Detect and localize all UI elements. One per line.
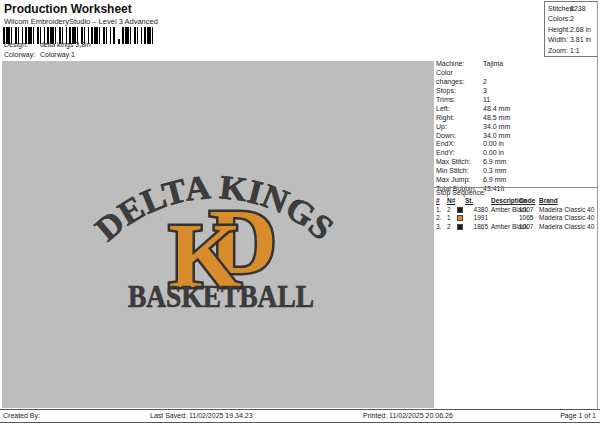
summary-row: Colors:2 <box>548 14 597 24</box>
endy-value: 0.00 in <box>483 149 504 156</box>
machine-row: Max Jump:6.9 mm <box>436 176 598 185</box>
stop-sequence-header: # N# St. Description Code Brand <box>436 197 597 206</box>
thread-brand: Madeira Classic 40 <box>539 223 594 230</box>
max-stitch-label: Max Stitch: <box>436 158 483 167</box>
max-jump-value: 6.9 mm <box>483 176 506 183</box>
design-canvas: DELTA KINGS D K BASKETBALL <box>2 61 434 408</box>
thread-brand: Madeira Classic 40 <box>539 214 594 221</box>
color-changes-label: Color changes: <box>436 69 483 87</box>
barcode-separator <box>116 27 122 44</box>
thread-brand: Madeira Classic 40 <box>539 206 594 213</box>
page-title: Production Worksheet <box>4 2 132 16</box>
design-row: Design: delta kings 3,8in <box>4 41 91 48</box>
colors-value: 2 <box>570 15 574 22</box>
min-stitch-value: 0.3 mm <box>483 167 506 174</box>
zoom-label: Zoom: <box>548 46 570 56</box>
summary-row: Zoom:1:1 <box>548 46 597 56</box>
stitch-count: 1865 <box>465 223 488 230</box>
right-value: 48.5 mm <box>483 114 510 121</box>
barcode-bars <box>122 27 153 44</box>
down-value: 34.0 mm <box>483 132 510 139</box>
machine-row: EndY:0.00 in <box>436 149 598 158</box>
right-edge-rule <box>597 1 598 409</box>
up-label: Up: <box>436 123 483 132</box>
thread-code: 1007 <box>519 206 533 213</box>
machine-label: Machine: <box>436 60 483 69</box>
left-value: 48.4 mm <box>483 105 510 112</box>
trims-label: Trims: <box>436 96 483 105</box>
col-brand: Brand <box>539 197 558 204</box>
thread-code: 1007 <box>519 223 533 230</box>
machine-row: Trims:11 <box>436 96 598 105</box>
machine-info-panel: Machine:Tajima Color changes:2 Stops:3 T… <box>436 60 598 194</box>
needle-number: 1 <box>447 214 451 221</box>
endx-label: EndX: <box>436 140 483 149</box>
panel-divider <box>434 187 597 188</box>
stop-sequence-row: 2. 1 1991 1065 Madeira Classic 40 <box>436 214 597 223</box>
summary-row: Width:3.81 in <box>548 35 597 45</box>
height-value: 2.68 in <box>570 26 591 33</box>
stop-sequence-row: 1. 2 4380 Amber Black 1007 Madeira Class… <box>436 206 597 215</box>
colors-label: Colors: <box>548 14 570 24</box>
printed-text: Printed: 11/02/2025 20.06.26 <box>363 412 453 419</box>
zoom-value: 1:1 <box>570 47 580 54</box>
down-label: Down: <box>436 132 483 141</box>
stops-value: 3 <box>483 87 487 94</box>
max-stitch-value: 6.9 mm <box>483 158 506 165</box>
summary-row: Stitches:8238 <box>548 4 597 14</box>
stop-sequence-row: 3. 2 1865 Amber Black 1007 Madeira Class… <box>436 223 597 232</box>
summary-row: Height:2.68 in <box>548 25 597 35</box>
col-code: Code <box>519 197 535 204</box>
stitches-value: 8238 <box>570 5 586 12</box>
height-label: Height: <box>548 25 570 35</box>
software-name: Wilcom EmbroideryStudio – Level 3 Advanc… <box>4 17 158 26</box>
thread-color-swatch <box>457 215 463 221</box>
thread-color-swatch <box>457 207 463 213</box>
col-needle: N# <box>447 197 455 204</box>
machine-row: Color changes:2 <box>436 69 598 87</box>
footer: Created By: Last Saved: 11/02/2025 19.34… <box>0 409 600 423</box>
needle-number: 2 <box>447 206 451 213</box>
stop-sequence-title: Stop Sequence: <box>436 189 486 196</box>
row-number: 1. <box>436 206 441 213</box>
max-jump-label: Max Jump: <box>436 176 483 185</box>
machine-row: Down:34.0 mm <box>436 132 598 141</box>
embroidery-design: DELTA KINGS D K BASKETBALL <box>2 61 434 408</box>
stops-label: Stops: <box>436 87 483 96</box>
trims-value: 11 <box>483 96 490 103</box>
width-value: 3.81 in <box>570 36 591 43</box>
machine-row: Min Stitch:0.3 mm <box>436 167 598 176</box>
thread-color-swatch <box>457 224 463 230</box>
row-number: 2. <box>436 214 441 221</box>
left-label: Left: <box>436 105 483 114</box>
thread-code: 1065 <box>519 214 533 221</box>
up-value: 34.0 mm <box>483 123 510 130</box>
colorway-label: Colorway: <box>4 51 38 58</box>
needle-number: 2 <box>447 223 451 230</box>
col-number: # <box>436 197 440 204</box>
design-label: Design: <box>4 41 38 48</box>
right-label: Right: <box>436 114 483 123</box>
machine-row: EndX:0.00 in <box>436 140 598 149</box>
color-changes-value: 2 <box>483 78 487 85</box>
machine-row: Right:48.5 mm <box>436 114 598 123</box>
col-stitches: St. <box>465 197 488 204</box>
endy-label: EndY: <box>436 149 483 158</box>
bottom-text: BASKETBALL <box>128 278 314 314</box>
created-by-label: Created By: <box>3 412 40 419</box>
machine-row: Stops:3 <box>436 87 598 96</box>
design-summary-box: Stitches:8238 Colors:2 Height:2.68 in Wi… <box>544 1 598 57</box>
page-number: Page 1 of 1 <box>560 412 596 419</box>
machine-row: Machine:Tajima <box>436 60 598 69</box>
stop-sequence-table: # N# St. Description Code Brand 1. 2 438… <box>436 197 597 231</box>
endx-value: 0.00 in <box>483 140 504 147</box>
machine-row: Up:34.0 mm <box>436 123 598 132</box>
colorway-row: Colorway: Colorway 1 <box>4 51 75 58</box>
row-number: 3. <box>436 223 441 230</box>
machine-row: Left:48.4 mm <box>436 105 598 114</box>
production-worksheet-page: Production Worksheet Wilcom EmbroiderySt… <box>0 0 600 424</box>
stitches-label: Stitches: <box>548 4 570 14</box>
stitch-count: 4380 <box>465 206 488 213</box>
width-label: Width: <box>548 35 570 45</box>
machine-value: Tajima <box>483 60 503 67</box>
